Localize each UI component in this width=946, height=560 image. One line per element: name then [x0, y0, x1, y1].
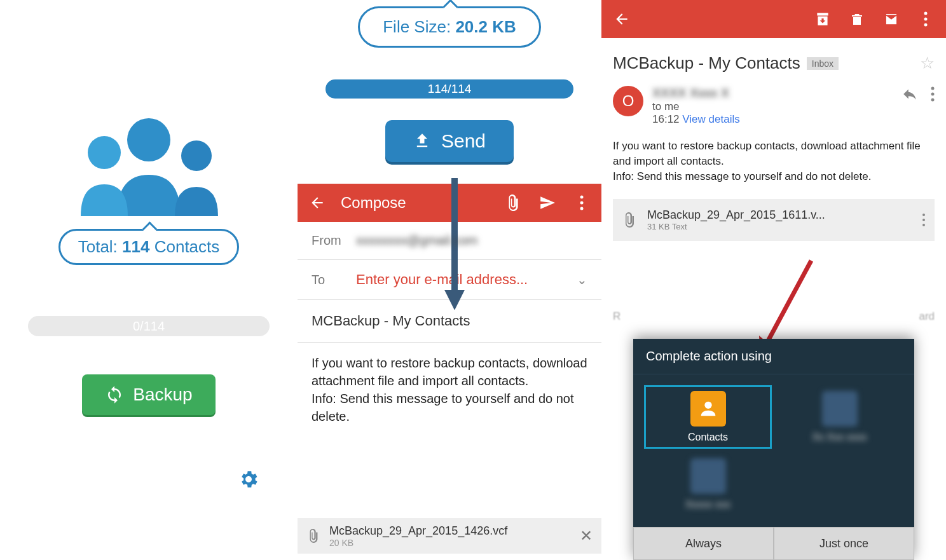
compose-toolbar: Compose — [298, 184, 601, 222]
mail-subject-row: MCBackup - My Contacts Inbox ☆ — [601, 38, 946, 79]
inbox-chip: Inbox — [807, 57, 839, 70]
from-value: xxxxxxxx@gmail.com — [356, 233, 477, 248]
blurred-label: Xxxxx xxx — [685, 499, 730, 510]
remove-attachment-icon[interactable]: ✕ — [580, 527, 593, 545]
just-once-button[interactable]: Just once — [774, 527, 914, 560]
svg-point-21 — [704, 402, 711, 409]
to-field[interactable]: To Enter your e-mail address... ⌄ — [298, 260, 601, 300]
overflow-icon[interactable] — [931, 86, 935, 102]
chevron-down-icon[interactable]: ⌄ — [577, 272, 587, 287]
svg-point-7 — [580, 207, 584, 210]
reply-icon[interactable] — [901, 86, 918, 102]
view-details-link[interactable]: View details — [682, 113, 739, 125]
mail-icon[interactable] — [877, 11, 905, 27]
export-progress-bar: 114/114 — [326, 79, 573, 99]
panel-send-compose: File Size: 20.2 KB 114/114 Send Compose … — [298, 0, 601, 560]
svg-point-6 — [580, 201, 584, 205]
refresh-icon — [105, 385, 124, 404]
chooser-title: Complete action using — [633, 339, 914, 374]
panel-backup-app: Total: 114 Contacts 0/114 Backup — [0, 0, 298, 560]
settings-gear-icon[interactable] — [238, 468, 259, 490]
from-label: From — [312, 233, 356, 248]
star-icon[interactable]: ☆ — [920, 53, 935, 73]
gmail-toolbar — [601, 0, 946, 38]
svg-point-13 — [931, 99, 935, 102]
blurred-app-icon — [822, 391, 858, 427]
attachment-overflow-icon[interactable] — [922, 213, 926, 227]
mail-body: If you want to restore backup contacts, … — [601, 132, 946, 190]
blurred-label: Xx Xxx xxxx — [812, 432, 867, 443]
mail-time: 16:12 — [652, 113, 680, 125]
open-with-dialog: Complete action using Contacts Xx Xxx xx… — [633, 339, 914, 560]
svg-point-12 — [931, 93, 935, 96]
progress-text: 0/114 — [133, 319, 165, 334]
compose-body[interactable]: If you want to restore backup contacts, … — [298, 343, 601, 437]
paperclip-icon — [622, 212, 637, 228]
attachment-size: 20 KB — [329, 538, 507, 548]
sender-avatar: O — [613, 86, 643, 116]
contacts-app-icon — [690, 391, 726, 427]
export-progress-text: 114/114 — [428, 82, 472, 96]
total-label: Total: — [78, 237, 122, 256]
svg-point-0 — [127, 118, 170, 161]
archive-icon[interactable] — [809, 11, 837, 27]
chooser-option-empty — [774, 451, 905, 518]
back-icon[interactable] — [608, 11, 636, 27]
svg-point-10 — [924, 24, 928, 27]
filesize-bubble: File Size: 20.2 KB — [358, 6, 541, 48]
from-field[interactable]: From xxxxxxxx@gmail.com — [298, 222, 601, 260]
paperclip-icon — [306, 529, 320, 543]
total-contacts-bubble: Total: 114 Contacts — [58, 229, 240, 265]
backup-label: Backup — [133, 385, 192, 405]
total-count: 114 — [122, 237, 149, 256]
always-button[interactable]: Always — [633, 527, 774, 560]
to-me: to me — [652, 100, 740, 113]
chooser-contacts-label: Contacts — [688, 432, 728, 443]
overflow-icon[interactable] — [912, 11, 940, 27]
svg-line-17 — [767, 261, 811, 343]
sender-name: XXXX Xxxx X — [652, 86, 740, 100]
svg-point-9 — [924, 18, 928, 21]
svg-point-11 — [931, 87, 935, 90]
filesize-label: File Size: — [383, 17, 455, 36]
attach-icon[interactable] — [502, 195, 524, 211]
contacts-group-icon — [69, 114, 228, 216]
svg-point-16 — [922, 224, 925, 226]
upload-icon — [413, 132, 431, 150]
sender-row[interactable]: O XXXX Xxxx X to me 16:12 View details — [601, 79, 946, 132]
overflow-icon[interactable] — [571, 195, 593, 211]
back-icon[interactable] — [306, 195, 328, 211]
attachment-name: McBackup_29_Apr_2015_1426.vcf — [329, 524, 507, 538]
filesize-value: 20.2 KB — [455, 17, 516, 36]
total-suffix: Contacts — [149, 237, 219, 256]
chooser-option-contacts[interactable]: Contacts — [642, 383, 774, 451]
svg-point-8 — [924, 12, 928, 15]
delete-icon[interactable] — [843, 11, 871, 27]
obscured-row: Rard — [613, 310, 935, 323]
to-placeholder: Enter your e-mail address... — [356, 271, 577, 288]
chooser-option-blurred-2[interactable]: Xxxxx xxx — [642, 451, 774, 518]
send-button[interactable]: Send — [385, 120, 514, 162]
subject-field[interactable]: MCBackup - My Contacts — [298, 300, 601, 343]
backup-button[interactable]: Backup — [82, 374, 215, 415]
attachment-chip[interactable]: McBackup_29_Apr_2015_1426.vcf 20 KB ✕ — [298, 518, 601, 554]
to-label: To — [312, 273, 356, 287]
svg-point-1 — [88, 136, 121, 169]
mail-attachment-card[interactable]: McBackup_29_Apr_2015_1611.v... 31 KB Tex… — [613, 199, 935, 241]
backup-progress-bar: 0/114 — [28, 316, 270, 336]
svg-point-14 — [922, 214, 925, 216]
svg-point-15 — [922, 219, 925, 221]
mail-subject: MCBackup - My Contacts — [613, 53, 800, 73]
send-icon[interactable] — [537, 195, 558, 211]
compose-title: Compose — [341, 194, 490, 212]
blurred-app-icon — [690, 458, 726, 494]
chooser-option-blurred-1[interactable]: Xx Xxx xxxx — [774, 383, 905, 451]
send-label: Send — [441, 130, 486, 152]
mail-attachment-meta: 31 KB Text — [647, 222, 825, 231]
panel-gmail-view: MCBackup - My Contacts Inbox ☆ O XXXX Xx… — [601, 0, 946, 560]
svg-point-2 — [181, 140, 212, 171]
mail-attachment-name: McBackup_29_Apr_2015_1611.v... — [647, 208, 825, 222]
svg-point-5 — [580, 196, 584, 199]
